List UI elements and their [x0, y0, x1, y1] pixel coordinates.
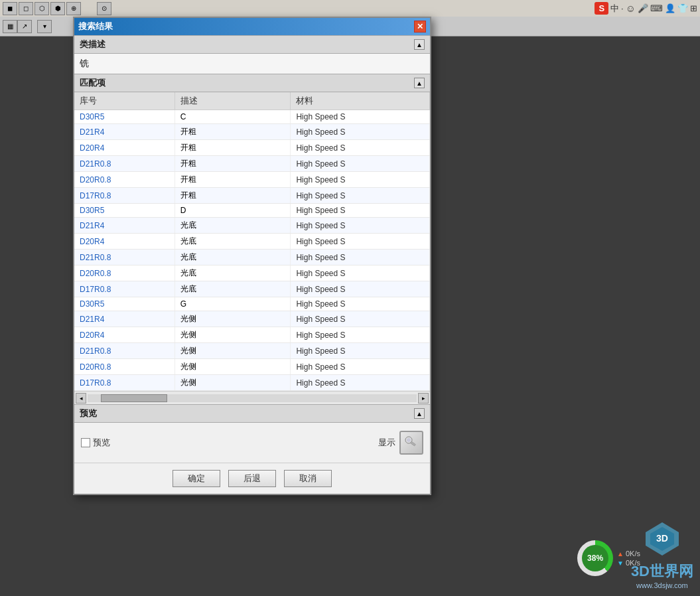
table-row[interactable]: D20R0.8开粗High Speed S — [74, 172, 430, 188]
dialog-titlebar: 搜索结果 ✕ — [74, 18, 430, 35]
table-row[interactable]: D17R0.8光底High Speed S — [74, 281, 430, 297]
preview-checkbox-label: 预览 — [93, 437, 110, 449]
toolbar-icon-3[interactable]: ⬡ — [35, 2, 49, 15]
dialog-footer: 确定 后退 取消 — [74, 463, 430, 494]
download-arrow-icon: ▼ — [617, 559, 624, 567]
punctuation-icon: · — [621, 3, 624, 13]
tool-svg-icon — [403, 435, 419, 451]
table-row[interactable]: D17R0.8开粗High Speed S — [74, 188, 430, 204]
cell-id: D20R0.8 — [74, 172, 175, 188]
preview-checkbox-area: 预览 — [81, 437, 110, 449]
scroll-thumb[interactable] — [101, 394, 167, 402]
emoji-icon: ☺ — [626, 3, 636, 14]
results-table-wrapper[interactable]: 库号 描述 材料 D30R5CHigh Speed SD21R4开粗High S… — [74, 92, 430, 391]
cell-id: D17R0.8 — [74, 188, 175, 204]
match-section-label: 匹配项 — [80, 77, 105, 89]
cell-material: High Speed S — [291, 218, 430, 234]
cell-material: High Speed S — [291, 250, 430, 265]
toolbar2-icon-1[interactable]: ▦ — [3, 20, 17, 33]
preview-collapse-button[interactable]: ▲ — [414, 408, 425, 419]
cell-desc: 开粗 — [175, 124, 291, 140]
cell-id: D17R0.8 — [74, 375, 175, 391]
dialog-title: 搜索结果 — [78, 21, 113, 33]
table-row[interactable]: D30R5GHigh Speed S — [74, 297, 430, 311]
category-collapse-button[interactable]: ▲ — [414, 39, 425, 50]
col-header-id: 库号 — [74, 92, 175, 110]
progress-percent: 38% — [582, 545, 608, 571]
table-row[interactable]: D20R4开粗High Speed S — [74, 140, 430, 156]
shirt-icon: 👕 — [677, 3, 688, 13]
cell-id: D21R0.8 — [74, 250, 175, 265]
table-row[interactable]: D20R4光侧High Speed S — [74, 327, 430, 343]
cell-id: D21R0.8 — [74, 156, 175, 172]
confirm-button[interactable]: 确定 — [173, 470, 220, 487]
table-row[interactable]: D30R5CHigh Speed S — [74, 110, 430, 124]
toolbar-icon-6[interactable]: ⊙ — [97, 2, 111, 15]
preview-tool-icon-button[interactable] — [399, 431, 423, 455]
cell-material: High Speed S — [291, 359, 430, 375]
svg-point-1 — [407, 438, 411, 442]
cell-material: High Speed S — [291, 281, 430, 297]
keyboard-icon: ⌨ — [650, 3, 663, 13]
back-button[interactable]: 后退 — [228, 470, 276, 487]
user-icon: 👤 — [665, 3, 675, 13]
top-toolbar: ◼ ◻ ⬡ ⬢ ⊕ ⊙ S 中 · ☺ 🎤 ⌨ 👤 👕 ⊞ — [0, 0, 700, 17]
toolbar-icon-2[interactable]: ◻ — [19, 2, 33, 15]
cell-id: D30R5 — [74, 297, 175, 311]
table-row[interactable]: D30R5DHigh Speed S — [74, 204, 430, 218]
cell-id: D20R4 — [74, 327, 175, 343]
cancel-button[interactable]: 取消 — [284, 470, 332, 487]
grid-icon: ⊞ — [690, 3, 697, 13]
table-row[interactable]: D21R0.8开粗High Speed S — [74, 156, 430, 172]
display-label: 显示 — [378, 437, 395, 449]
scroll-right-button[interactable]: ▸ — [418, 393, 429, 404]
table-row[interactable]: D20R0.8光底High Speed S — [74, 265, 430, 281]
scroll-left-button[interactable]: ◂ — [76, 393, 86, 404]
cell-material: High Speed S — [291, 375, 430, 391]
cell-material: High Speed S — [291, 140, 430, 156]
cell-desc: 光底 — [175, 250, 291, 265]
table-row[interactable]: D21R4开粗High Speed S — [74, 124, 430, 140]
preview-checkbox[interactable] — [81, 438, 90, 447]
table-row[interactable]: D20R4光底High Speed S — [74, 234, 430, 250]
cell-id: D17R0.8 — [74, 281, 175, 297]
cell-material: High Speed S — [291, 156, 430, 172]
svg-text:3D: 3D — [656, 533, 668, 544]
cell-desc: C — [175, 110, 291, 124]
cell-id: D21R4 — [74, 124, 175, 140]
cell-id: D20R0.8 — [74, 359, 175, 375]
category-section-label: 类描述 — [80, 38, 105, 50]
cell-desc: 光底 — [175, 234, 291, 250]
cell-desc: 光底 — [175, 281, 291, 297]
watermark-sub-text: www.3dsjw.com — [636, 581, 688, 589]
table-row[interactable]: D21R0.8光侧High Speed S — [74, 343, 430, 359]
toolbar-icon-5[interactable]: ⊕ — [66, 2, 81, 15]
toolbar-icon-1[interactable]: ◼ — [3, 2, 17, 15]
table-row[interactable]: D21R4光侧High Speed S — [74, 311, 430, 327]
table-row[interactable]: D21R4光底High Speed S — [74, 218, 430, 234]
cell-material: High Speed S — [291, 297, 430, 311]
table-row[interactable]: D17R0.8光侧High Speed S — [74, 375, 430, 391]
cell-material: High Speed S — [291, 265, 430, 281]
search-results-dialog: 搜索结果 ✕ 类描述 ▲ 铣 匹配项 ▲ 库号 描述 材料 D30R5CHigh… — [73, 17, 431, 495]
cell-desc: 光侧 — [175, 327, 291, 343]
scroll-track[interactable] — [88, 394, 417, 402]
cell-desc: 光底 — [175, 218, 291, 234]
preview-section-header: 预览 ▲ — [74, 404, 430, 423]
ime-icon: 中 — [610, 3, 619, 15]
toolbar-icon-4[interactable]: ⬢ — [50, 2, 65, 15]
table-row[interactable]: D21R0.8光底High Speed S — [74, 250, 430, 265]
cell-desc: 开粗 — [175, 140, 291, 156]
cell-desc: 开粗 — [175, 156, 291, 172]
table-row[interactable]: D20R0.8光侧High Speed S — [74, 359, 430, 375]
sougou-icon: S — [595, 2, 608, 15]
cell-desc: D — [175, 204, 291, 218]
toolbar2-icon-2[interactable]: ↗ — [17, 20, 32, 33]
dialog-close-button[interactable]: ✕ — [414, 21, 426, 33]
cell-material: High Speed S — [291, 124, 430, 140]
horizontal-scrollbar[interactable]: ◂ ▸ — [74, 391, 430, 404]
cell-material: High Speed S — [291, 188, 430, 204]
match-collapse-button[interactable]: ▲ — [414, 78, 425, 88]
cell-id: D30R5 — [74, 110, 175, 124]
toolbar2-icon-3[interactable]: ▾ — [37, 20, 52, 33]
